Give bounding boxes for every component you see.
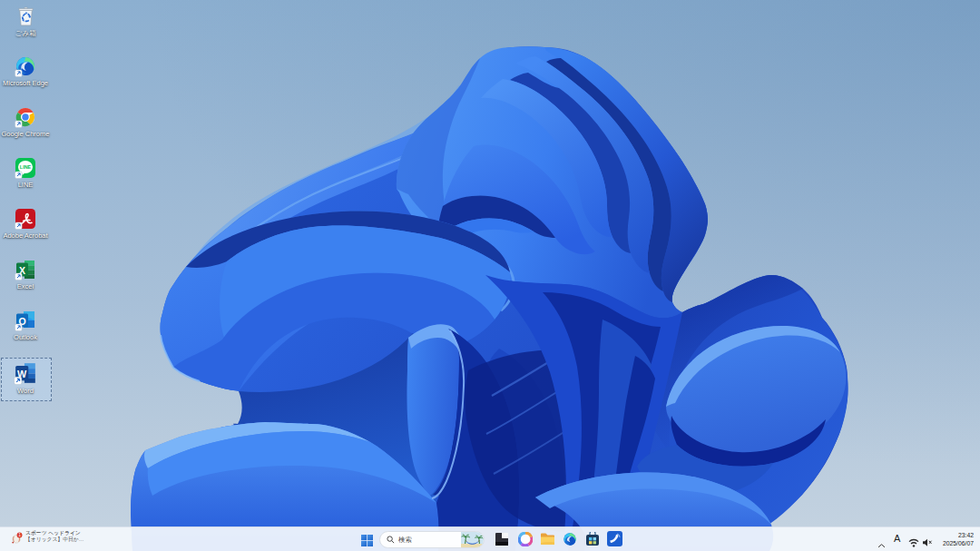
svg-text:LINE: LINE	[20, 164, 32, 170]
svg-text:1: 1	[18, 532, 21, 537]
